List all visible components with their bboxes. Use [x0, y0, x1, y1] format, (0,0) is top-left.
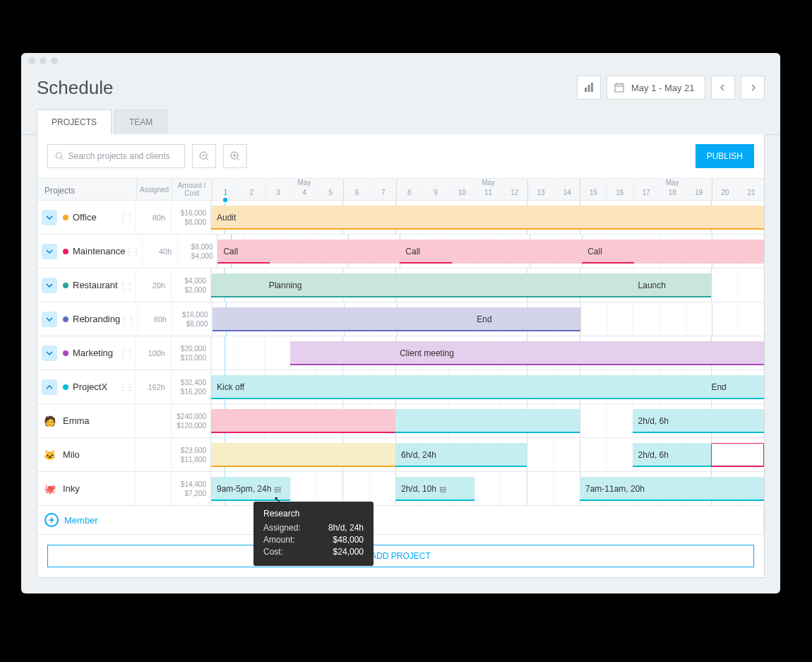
- row-timeline[interactable]: 6h/d, 24h2h/d, 6h: [211, 438, 764, 471]
- day-col-13: 13: [527, 179, 554, 200]
- row-timeline[interactable]: PlanningLaunch: [211, 268, 764, 302]
- drag-handle-icon[interactable]: ⋮⋮: [119, 280, 133, 290]
- chevron-left-icon: [720, 84, 727, 91]
- row-timeline[interactable]: Kick offEnd: [211, 370, 764, 403]
- date-range-picker[interactable]: May 1 - May 21: [607, 76, 705, 100]
- bar-label: 6h/d, 24h: [401, 450, 436, 460]
- day-col-5: 5: [317, 179, 343, 200]
- amount-cost: $14,400$7,200: [171, 472, 210, 505]
- row-timeline[interactable]: 2h/d, 6h: [211, 404, 764, 437]
- chevron-down-icon: [46, 248, 53, 255]
- row-timeline[interactable]: Audit: [211, 201, 764, 234]
- schedule-bar[interactable]: [395, 409, 580, 433]
- day-col-21: 21: [738, 179, 764, 200]
- drag-handle-icon[interactable]: ⋮⋮: [119, 382, 133, 392]
- assigned-hours: 80h: [137, 302, 172, 336]
- project-row: Maintenance⋮⋮40h$8,000$4,000CallCallCall: [37, 235, 764, 268]
- svg-line-13: [237, 158, 239, 160]
- schedule-bar[interactable]: 2h/d, 6h: [633, 409, 764, 433]
- search-input[interactable]: [68, 151, 178, 161]
- zoom-in-button[interactable]: [223, 144, 247, 168]
- chevron-up-icon: [46, 384, 53, 391]
- publish-button[interactable]: PUBLISH: [695, 144, 754, 168]
- col-header-projects: Projects: [37, 179, 136, 200]
- tab-team[interactable]: TEAM: [114, 110, 167, 134]
- bar-label: 2h/d, 10h: [401, 484, 436, 494]
- bar-label: 7am-11am, 20h: [585, 484, 645, 494]
- bar-label: Launch: [638, 280, 666, 290]
- traffic-light-min[interactable]: [40, 57, 47, 64]
- expand-toggle[interactable]: [42, 379, 57, 395]
- expand-toggle[interactable]: [42, 312, 57, 327]
- drag-handle-icon[interactable]: ⋮⋮: [120, 314, 134, 324]
- search-input-wrapper[interactable]: [47, 144, 185, 168]
- schedule-bar[interactable]: Kick offEnd: [211, 375, 764, 399]
- member-row: 🐙Inky$14,400$7,2009am-5pm, 24h▤2h/d, 10h…: [37, 472, 764, 506]
- expand-toggle[interactable]: [42, 278, 57, 293]
- schedule-bar[interactable]: Launch: [633, 273, 712, 297]
- project-name: Marketing: [73, 348, 119, 358]
- drag-handle-icon[interactable]: ⋮⋮: [125, 247, 139, 256]
- day-col-20: 20: [712, 179, 738, 200]
- traffic-light-close[interactable]: [28, 57, 35, 64]
- day-col-9: 9: [422, 179, 448, 200]
- schedule-bar[interactable]: End: [213, 307, 580, 331]
- schedule-bar[interactable]: 6h/d, 24h: [395, 443, 527, 467]
- bar-label: Call: [400, 247, 420, 256]
- project-row: Office⋮⋮80h$16,000$8,000Audit: [37, 201, 764, 235]
- expand-toggle[interactable]: [42, 345, 57, 361]
- row-timeline[interactable]: Client meeting: [211, 336, 764, 370]
- bar-label: End: [477, 314, 491, 324]
- add-project-button[interactable]: ADD PROJECT: [47, 545, 754, 567]
- schedule-bar[interactable]: 2h/d, 10h▤: [395, 477, 474, 501]
- chevron-down-icon: [46, 316, 53, 323]
- project-name: Restaurant: [73, 280, 119, 290]
- schedule-bar[interactable]: Audit: [211, 206, 764, 230]
- day-col-12: 12: [501, 179, 527, 200]
- schedule-bar[interactable]: CallCallCall: [217, 240, 764, 264]
- bar-label: Client meeting: [400, 348, 454, 358]
- assigned-hours: [136, 472, 171, 505]
- bar-label: 9am-5pm, 24h: [217, 484, 271, 494]
- schedule-bar[interactable]: [711, 443, 764, 467]
- schedule-bar[interactable]: [211, 409, 395, 433]
- stats-button[interactable]: [577, 76, 601, 100]
- bar-label: Planning: [269, 280, 302, 290]
- assigned-hours: 80h: [136, 201, 171, 234]
- zoom-out-button[interactable]: [192, 144, 216, 168]
- expand-toggle[interactable]: [42, 244, 57, 259]
- amount-cost: $240,000$120,000: [171, 404, 210, 437]
- prev-button[interactable]: [711, 76, 735, 100]
- project-color-dot: [63, 215, 68, 220]
- add-member-row: +Member: [37, 506, 764, 535]
- schedule-bar[interactable]: Client meeting: [290, 341, 764, 365]
- drag-handle-icon[interactable]: ⋮⋮: [119, 348, 133, 358]
- day-col-18: 18May: [659, 179, 685, 200]
- svg-point-7: [56, 153, 61, 158]
- zoom-out-icon: [198, 150, 210, 162]
- schedule-bar[interactable]: 7am-11am, 20h: [580, 477, 764, 501]
- svg-rect-3: [615, 84, 623, 92]
- schedule-bar[interactable]: 2h/d, 6h: [633, 443, 712, 467]
- svg-rect-1: [588, 85, 590, 92]
- tooltip-row: Amount:$48,000: [263, 535, 364, 545]
- app-window: Schedule May 1 - May 21 PROJECTS TEAM: [21, 53, 780, 593]
- schedule-bar[interactable]: Planning: [211, 273, 685, 297]
- traffic-light-max[interactable]: [51, 57, 58, 64]
- schedule-bar[interactable]: [211, 443, 395, 467]
- next-button[interactable]: [741, 76, 765, 100]
- drag-handle-icon[interactable]: ⋮⋮: [119, 213, 133, 223]
- add-member-button[interactable]: +Member: [37, 506, 105, 534]
- amount-cost: $4,000$2,000: [171, 268, 210, 302]
- day-col-8: 8: [396, 179, 422, 200]
- tab-projects[interactable]: PROJECTS: [37, 110, 112, 134]
- member-name: Emma: [63, 415, 136, 426]
- col-header-amount: Amount / Cost: [172, 179, 211, 200]
- expand-toggle[interactable]: [42, 210, 57, 225]
- row-timeline[interactable]: End: [213, 302, 764, 336]
- row-timeline[interactable]: 9am-5pm, 24h▤2h/d, 10h▤7am-11am, 20hRese…: [211, 472, 764, 505]
- row-timeline[interactable]: CallCallCall: [217, 235, 764, 268]
- bar-label: Call: [217, 247, 238, 256]
- bar-label: End: [711, 382, 726, 392]
- note-icon: ▤: [274, 485, 281, 494]
